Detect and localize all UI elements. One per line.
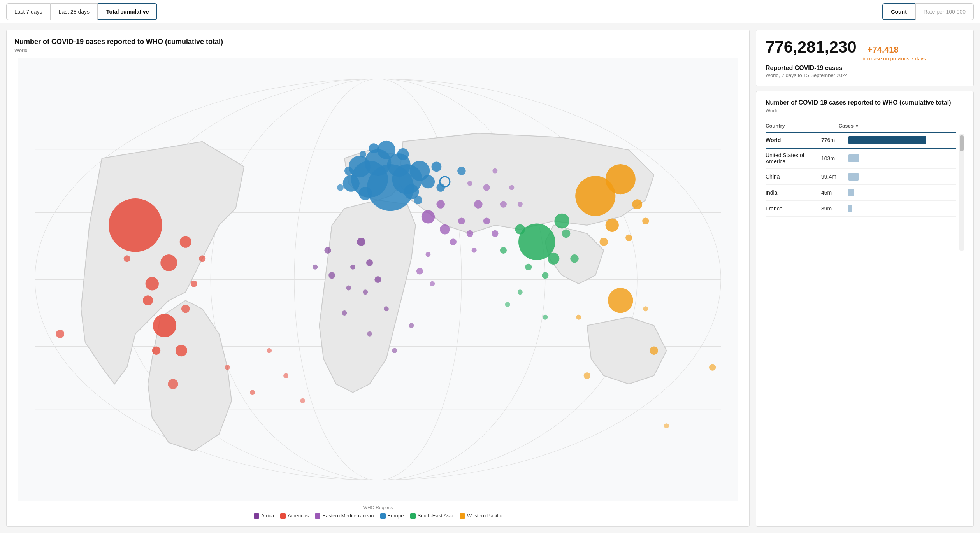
svg-point-63 <box>650 346 658 354</box>
svg-point-37 <box>153 314 176 337</box>
scrollbar-thumb[interactable] <box>960 135 964 151</box>
scrollbar-track[interactable] <box>959 134 964 251</box>
svg-point-75 <box>425 252 430 257</box>
americas-color-dot <box>280 513 286 519</box>
wp-color-dot <box>460 513 465 519</box>
cases-china: 99.4m <box>821 174 839 180</box>
svg-point-33 <box>160 254 177 271</box>
bar-world <box>848 136 926 144</box>
svg-point-42 <box>124 255 130 262</box>
increase-number: +74,418 <box>868 45 899 54</box>
svg-point-65 <box>422 210 435 223</box>
bar-france <box>848 205 852 212</box>
svg-point-62 <box>608 288 633 313</box>
svg-point-94 <box>267 348 272 353</box>
left-panel: Number of COVID-19 cases reported to WHO… <box>6 30 750 527</box>
svg-point-88 <box>313 265 318 270</box>
svg-point-23 <box>397 148 409 160</box>
bar-world-cell <box>848 136 953 144</box>
svg-point-32 <box>109 198 162 252</box>
tab-last7[interactable]: Last 7 days <box>6 3 51 20</box>
increase-block: +74,418 increase on previous 7 days <box>863 45 926 61</box>
cases-table: Country Cases ▼ <box>766 120 956 132</box>
svg-point-109 <box>505 302 510 307</box>
svg-point-69 <box>450 238 457 245</box>
svg-point-84 <box>328 272 335 279</box>
country-china: China <box>766 174 780 180</box>
legend-africa-label: Africa <box>261 513 274 519</box>
svg-point-95 <box>283 373 288 378</box>
main-content: Number of COVID-19 cases reported to WHO… <box>0 23 980 533</box>
table-row[interactable]: United States ofAmerica 103m <box>766 148 956 169</box>
legend-europe: Europe <box>380 513 404 519</box>
table-row[interactable]: World 776m <box>766 132 956 148</box>
bar-india-cell <box>848 189 953 196</box>
svg-point-74 <box>472 248 477 253</box>
svg-point-44 <box>168 379 178 389</box>
table-title: Number of COVID-19 cases reported to WHO… <box>766 99 964 106</box>
svg-point-80 <box>350 265 355 270</box>
svg-point-45 <box>56 330 64 338</box>
col-country: Country <box>766 120 839 132</box>
svg-point-96 <box>300 398 305 403</box>
tab-last28[interactable]: Last 28 days <box>51 3 98 20</box>
table-scroll[interactable]: World 776m United States of <box>766 132 956 217</box>
bar-china-cell <box>848 173 953 181</box>
svg-point-86 <box>342 310 347 316</box>
svg-point-81 <box>374 276 381 283</box>
legend-eastern-med-label: Eastern Mediterranean <box>322 513 374 519</box>
big-number: 776,281,230 <box>766 38 857 56</box>
svg-point-70 <box>467 230 473 237</box>
svg-point-85 <box>384 306 389 311</box>
svg-point-106 <box>664 423 669 428</box>
svg-point-98 <box>509 185 514 190</box>
svg-point-28 <box>414 196 422 204</box>
metric-tab-group: Count Rate per 100 000 <box>882 3 974 20</box>
country-usa: United States ofAmerica <box>766 152 804 165</box>
stats-numbers-row: 776,281,230 +74,418 increase on previous… <box>766 38 964 61</box>
svg-point-90 <box>392 348 397 353</box>
svg-point-31 <box>337 184 344 191</box>
svg-point-66 <box>440 224 450 235</box>
svg-point-16 <box>349 156 371 177</box>
svg-point-52 <box>500 247 507 254</box>
svg-point-43 <box>199 255 205 262</box>
svg-point-68 <box>458 217 465 224</box>
tab-rate[interactable]: Rate per 100 000 <box>915 3 974 20</box>
svg-point-29 <box>360 151 366 158</box>
svg-point-27 <box>344 167 353 175</box>
map-chart-subtitle: World <box>14 47 741 53</box>
svg-point-105 <box>584 372 590 379</box>
svg-point-60 <box>642 217 649 224</box>
svg-point-58 <box>632 199 642 209</box>
svg-point-97 <box>500 201 507 207</box>
tab-count[interactable]: Count <box>882 3 915 20</box>
svg-point-36 <box>143 295 153 305</box>
svg-point-103 <box>576 315 581 320</box>
period-tab-group: Last 7 days Last 28 days Total cumulativ… <box>6 0 157 23</box>
svg-point-92 <box>225 365 230 370</box>
svg-point-61 <box>625 234 632 241</box>
table-row[interactable]: France 39m <box>766 201 956 217</box>
sort-arrow-icon: ▼ <box>855 124 859 128</box>
svg-point-72 <box>483 217 490 224</box>
table-row[interactable]: India 45m <box>766 185 956 201</box>
legend-sea-label: South-East Asia <box>418 513 454 519</box>
svg-point-101 <box>492 168 497 174</box>
svg-point-53 <box>542 272 548 279</box>
legend-sea: South-East Asia <box>410 513 454 519</box>
svg-point-89 <box>367 331 372 337</box>
svg-point-64 <box>709 364 716 371</box>
cases-world: 776m <box>821 137 839 143</box>
cases-india: 45m <box>821 189 839 196</box>
svg-point-100 <box>483 184 490 191</box>
right-panel: 776,281,230 +74,418 increase on previous… <box>756 30 974 527</box>
svg-point-18 <box>377 141 395 159</box>
svg-point-22 <box>422 175 435 188</box>
africa-color-dot <box>254 513 259 519</box>
map-chart-title: Number of COVID-19 cases reported to WHO… <box>14 38 741 46</box>
tab-total[interactable]: Total cumulative <box>98 3 157 20</box>
table-row[interactable]: China 99.4m <box>766 169 956 185</box>
svg-point-54 <box>562 230 570 238</box>
legend-americas-label: Americas <box>288 513 309 519</box>
